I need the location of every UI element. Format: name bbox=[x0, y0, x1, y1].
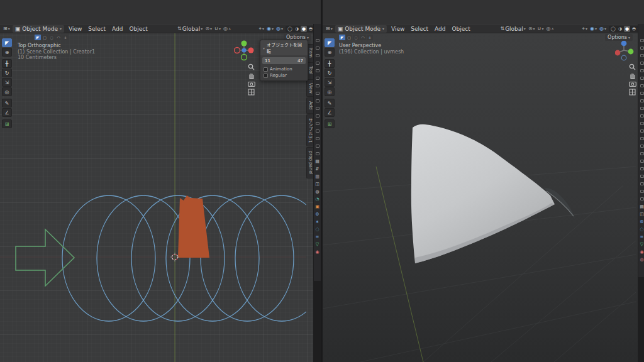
outliner-mesh-icon[interactable] bbox=[640, 197, 644, 200]
axis-x-minus[interactable] bbox=[235, 48, 240, 53]
profile-circle[interactable] bbox=[62, 195, 155, 321]
snap-dropdown[interactable]: ∪▾ bbox=[213, 26, 222, 31]
axis-x-plus[interactable] bbox=[248, 48, 254, 53]
zoom-icon[interactable] bbox=[248, 63, 255, 70]
transform-tool-icon[interactable]: ◎ bbox=[2, 87, 12, 96]
properties-tab-icon[interactable]: ▤ bbox=[640, 205, 644, 209]
options-dropdown[interactable]: Options▾ bbox=[605, 34, 633, 41]
navigation-gizmo[interactable] bbox=[234, 39, 254, 64]
pivot-point-dropdown[interactable]: ⊙▾ bbox=[204, 26, 213, 31]
properties-tab-icon[interactable]: ◔ bbox=[315, 197, 319, 202]
outliner-mesh-icon[interactable] bbox=[316, 114, 319, 118]
animation-checkbox-row[interactable]: Animation bbox=[260, 66, 308, 72]
outliner-mesh-icon[interactable] bbox=[316, 107, 319, 110]
navigation-gizmo[interactable] bbox=[615, 39, 634, 64]
snap-dropdown[interactable]: ∪▾ bbox=[536, 26, 545, 31]
annotate-visibility-dropdown[interactable]: ⌖▾ bbox=[580, 26, 589, 32]
select-box-icon[interactable]: ▢ bbox=[42, 35, 48, 40]
axis-x-minus[interactable] bbox=[615, 50, 620, 56]
scale-tool-icon[interactable]: ⇲ bbox=[325, 78, 335, 87]
annotate-visibility-dropdown[interactable]: ⌖▾ bbox=[257, 26, 265, 32]
outliner-mesh-icon[interactable] bbox=[640, 107, 644, 110]
menu-object[interactable]: Object bbox=[449, 26, 474, 32]
select-box-icon[interactable]: ▢ bbox=[346, 35, 352, 40]
outliner-mesh-icon[interactable] bbox=[316, 99, 319, 102]
outliner-mesh-icon[interactable] bbox=[640, 39, 644, 42]
outliner-mesh-icon[interactable] bbox=[316, 62, 319, 65]
select-circle-icon[interactable]: ◌ bbox=[48, 35, 55, 40]
properties-tab-icon[interactable]: ◌ bbox=[315, 228, 319, 232]
select-lasso-icon[interactable]: ◠ bbox=[360, 35, 366, 40]
properties-tab-icon[interactable]: ▤ bbox=[315, 160, 319, 164]
shading-solid-icon[interactable]: ● bbox=[624, 26, 630, 32]
curved-sheet-mesh[interactable] bbox=[411, 124, 575, 263]
select-tweak-icon[interactable]: ◤ bbox=[339, 35, 345, 40]
hand-icon[interactable] bbox=[248, 72, 255, 79]
cursor-tool-icon[interactable]: ⊕ bbox=[325, 48, 335, 57]
outliner-mesh-icon[interactable] bbox=[640, 62, 644, 65]
shading-wireframe-icon[interactable]: ◯ bbox=[610, 26, 616, 32]
properties-tab-icon[interactable]: ◍ bbox=[315, 190, 319, 194]
animation-checkbox[interactable] bbox=[264, 67, 268, 72]
menu-view[interactable]: View bbox=[388, 26, 408, 32]
select-tool-icon[interactable]: ◤ bbox=[2, 38, 12, 47]
camera-icon[interactable] bbox=[248, 81, 255, 87]
outliner-mesh-icon[interactable] bbox=[316, 137, 319, 140]
proportional-edit-toggle[interactable]: ◎∧ bbox=[545, 26, 555, 31]
redo-panel-title-bar[interactable]: ▾オブジェクトを回転 bbox=[260, 40, 308, 55]
menu-select[interactable]: Select bbox=[85, 26, 109, 32]
shading-material-icon[interactable]: ◑ bbox=[294, 26, 300, 32]
outliner-mesh-icon[interactable] bbox=[316, 39, 319, 42]
redo-value-slider[interactable]: 11 47 bbox=[262, 57, 306, 64]
transform-orientation-dropdown[interactable]: ⇅Global▾ bbox=[499, 26, 526, 32]
profile-circle[interactable] bbox=[131, 195, 225, 321]
outliner-mesh-icon[interactable] bbox=[640, 114, 644, 118]
axis-z-center[interactable] bbox=[242, 48, 246, 52]
editor-type-button[interactable]: ⊞▾ bbox=[2, 26, 11, 31]
viewport-3d-top[interactable] bbox=[0, 33, 321, 362]
transform-orientation-dropdown[interactable]: ⇅Global▾ bbox=[176, 26, 204, 32]
grid-icon[interactable] bbox=[248, 89, 255, 96]
profile-circle[interactable] bbox=[201, 195, 294, 321]
menu-object[interactable]: Object bbox=[126, 26, 151, 32]
outliner-mesh-icon[interactable] bbox=[640, 182, 644, 185]
outliner-mesh-icon[interactable] bbox=[640, 145, 644, 148]
menu-add[interactable]: Add bbox=[431, 26, 448, 32]
select-circle-icon[interactable]: ◌ bbox=[353, 35, 359, 40]
select-tool-icon[interactable]: ◤ bbox=[325, 38, 335, 47]
pivot-point-dropdown[interactable]: ⊙▾ bbox=[527, 26, 536, 31]
axis-y-plus[interactable] bbox=[628, 49, 634, 55]
proportional-edit-toggle[interactable]: ◎∧ bbox=[222, 26, 232, 31]
viewport-3d-perspective[interactable] bbox=[323, 33, 644, 362]
outliner-mesh-icon[interactable] bbox=[640, 129, 644, 133]
outliner-mesh-icon[interactable] bbox=[640, 84, 644, 87]
properties-tab-icon[interactable]: ◫ bbox=[640, 212, 644, 217]
properties-tab-icon[interactable]: ⚙ bbox=[640, 220, 643, 224]
outliner-mesh-icon[interactable] bbox=[640, 190, 644, 193]
outliner-mesh-icon[interactable] bbox=[316, 92, 319, 95]
zoom-icon[interactable] bbox=[629, 63, 636, 70]
measure-tool-icon[interactable]: ∠ bbox=[2, 108, 12, 117]
circle-curves[interactable] bbox=[62, 195, 306, 321]
outliner-mesh-icon[interactable] bbox=[640, 69, 644, 72]
move-tool-icon[interactable]: ╋ bbox=[325, 59, 335, 68]
mode-dropdown[interactable]: ▣Object Mode▾ bbox=[335, 25, 387, 33]
rotate-tool-icon[interactable]: ↻ bbox=[325, 69, 335, 77]
properties-tab-icon[interactable]: ∗ bbox=[316, 220, 319, 224]
outliner-mesh-icon[interactable] bbox=[316, 84, 319, 87]
menu-view[interactable]: View bbox=[65, 26, 85, 32]
outliner-mesh-icon[interactable] bbox=[640, 167, 644, 170]
add-primitive-tool-icon[interactable]: ⊞ bbox=[2, 119, 12, 128]
annotate-tool-icon[interactable]: ✎ bbox=[325, 99, 335, 107]
selected-mesh-object[interactable] bbox=[178, 195, 209, 258]
axis-y-plus[interactable] bbox=[242, 41, 247, 47]
profile-circle[interactable] bbox=[97, 195, 190, 321]
axis-z-plus[interactable] bbox=[621, 41, 627, 47]
axis-y-minus[interactable] bbox=[242, 55, 247, 60]
move-tool-icon[interactable]: ╋ bbox=[2, 59, 12, 68]
outliner-mesh-icon[interactable] bbox=[316, 77, 319, 80]
properties-tab-icon[interactable]: ◉ bbox=[640, 250, 643, 255]
properties-tab-icon[interactable]: ◌ bbox=[640, 228, 643, 232]
profile-circle[interactable] bbox=[235, 195, 306, 321]
outliner-mesh-icon[interactable] bbox=[316, 47, 319, 50]
